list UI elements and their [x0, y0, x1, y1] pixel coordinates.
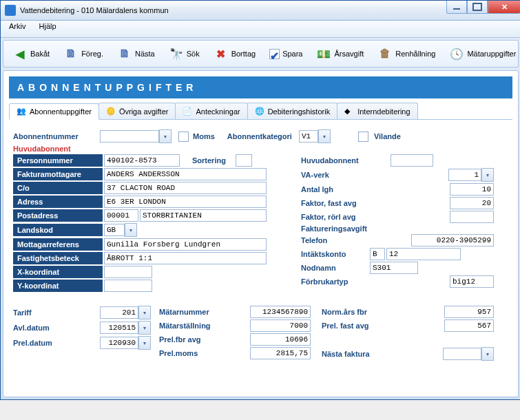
menu-arkiv[interactable]: Arkiv: [3, 21, 31, 32]
vilande-checkbox[interactable]: [358, 132, 368, 142]
abonkat-field[interactable]: [299, 130, 318, 143]
search-button[interactable]: 🔭Sök: [163, 43, 206, 64]
landskod-dropdown[interactable]: ▾: [125, 223, 137, 237]
moms-label: Moms: [193, 132, 215, 140]
xkoord-field[interactable]: [104, 266, 152, 278]
co-label: C/o: [13, 182, 103, 194]
matarstallning-label: Mätarställning: [159, 322, 228, 330]
titlebar: Vattendebitering - 010 Mälardalens kommu…: [1, 1, 520, 21]
intaktskonto-b-field[interactable]: [370, 248, 385, 260]
ykoord-field[interactable]: [104, 280, 152, 292]
preldatum-dropdown[interactable]: ▾: [138, 336, 151, 350]
preldatum-field[interactable]: [100, 337, 138, 349]
sortering-label: Sortering: [192, 156, 226, 165]
avldatum-field[interactable]: [100, 322, 138, 334]
antallgh-field[interactable]: [450, 183, 494, 196]
abonnentnummer-label: Abonnentnummer: [13, 132, 100, 140]
prelfast-field[interactable]: [444, 319, 494, 332]
prelfbr-field[interactable]: [250, 333, 311, 346]
forbrukartyp-label: Förbrukartyp: [301, 277, 391, 286]
fakturamottagare-label: Fakturamottagare: [13, 168, 103, 180]
postnr-field[interactable]: [104, 209, 138, 222]
matarstallning-field[interactable]: [250, 319, 311, 332]
tab-abonnent[interactable]: 👥Abonnentuppgifter: [9, 103, 99, 120]
renhallning-button[interactable]: 🗑Renhållning: [371, 43, 441, 64]
prev-icon: 🗎: [63, 46, 79, 61]
faktor-fast-label: Faktor, fast avg: [301, 199, 391, 207]
binoculars-icon: 🔭: [169, 46, 184, 61]
abonnentnummer-field[interactable]: [100, 130, 159, 143]
close-button[interactable]: [488, 1, 520, 14]
vaverk-field[interactable]: [448, 169, 481, 181]
prelmoms-label: Prel.moms: [159, 349, 228, 357]
tariff-dropdown[interactable]: ▾: [138, 306, 151, 319]
adress-label: Adress: [13, 196, 103, 208]
telefon-field[interactable]: [411, 234, 494, 246]
prelfbr-label: Prel.fbr avg: [159, 335, 228, 344]
intaktskonto-field[interactable]: [386, 248, 461, 260]
clock-icon: 🕓: [449, 46, 464, 61]
next-button[interactable]: 🗎Nästa: [111, 43, 161, 64]
nastafaktura-label: Nästa faktura: [322, 350, 397, 358]
fastighet-label: Fastighetsbeteck: [13, 252, 103, 264]
coins-icon: 🪙: [106, 107, 116, 116]
app-window: Vattendebitering - 010 Mälardalens kommu…: [0, 0, 520, 400]
nodnamn-field[interactable]: [370, 262, 418, 274]
nastafaktura-dropdown[interactable]: ▾: [481, 347, 494, 361]
mottagarreferens-label: Mottagarreferens: [13, 238, 103, 251]
note-icon: 📄: [183, 107, 192, 116]
tab-intern[interactable]: ◆Interndebitering: [337, 103, 417, 119]
tab-anteckningar[interactable]: 📄Anteckningar: [175, 103, 247, 119]
vaverk-dropdown[interactable]: ▾: [481, 168, 494, 182]
fastighet-field[interactable]: [104, 252, 267, 264]
matarupp-button[interactable]: 🕓Mätaruppgifter: [443, 43, 520, 64]
fakturamottagare-field[interactable]: [104, 168, 267, 180]
abonkat-dropdown[interactable]: ▾: [318, 129, 331, 143]
personnummer-field[interactable]: [104, 154, 180, 167]
matarnummer-field[interactable]: [250, 306, 311, 318]
faktor-fast-field[interactable]: [450, 197, 494, 209]
landskod-label: Landskod: [13, 224, 103, 236]
normars-label: Norm.års fbr: [322, 308, 397, 316]
huvudabonnent-field[interactable]: [391, 154, 433, 167]
tab-debhist[interactable]: 🌐Debiteringshistorik: [247, 103, 337, 119]
arsavgift-button[interactable]: 💵Årsavgift: [310, 43, 370, 64]
main-panel: ABONNENTUPPGIFTER 👥Abonnentuppgifter 🪙Öv…: [3, 70, 519, 397]
huvudabonnent-flag: Huvudabonnent: [13, 145, 71, 153]
people-icon: 👥: [17, 107, 26, 116]
faktor-rorl-label: Faktor, rörl avg: [301, 213, 391, 221]
abonnentnummer-dropdown[interactable]: ▾: [159, 129, 171, 143]
tab-bar: 👥Abonnentuppgifter 🪙Övriga avgifter 📄Ant…: [9, 103, 512, 120]
tariff-field[interactable]: [100, 306, 138, 319]
forbrukartyp-field[interactable]: [450, 275, 494, 288]
moms-checkbox[interactable]: [178, 132, 189, 142]
save-button[interactable]: ✔Spara: [263, 46, 309, 62]
adress-field[interactable]: [104, 196, 267, 208]
landskod-field[interactable]: [104, 224, 125, 236]
form: Abonnentnummer ▾ Moms Abonnentkategori ▾…: [9, 120, 512, 388]
postort-field[interactable]: [140, 209, 267, 222]
menu-hjalp[interactable]: Hjälp: [34, 21, 62, 32]
nastafaktura-field[interactable]: [443, 348, 481, 360]
avldatum-label: Avl.datum: [13, 324, 68, 332]
minimize-button[interactable]: [446, 1, 467, 14]
prev-button[interactable]: 🗎Föreg.: [57, 43, 110, 64]
maximize-button[interactable]: [467, 1, 488, 14]
prelmoms-field[interactable]: [250, 347, 311, 359]
faktureringsavgift-label: Faktureringsavgift: [301, 224, 404, 233]
next-icon: 🗎: [117, 46, 132, 61]
faktor-rorl-field[interactable]: [450, 211, 494, 223]
tab-ovriga[interactable]: 🪙Övriga avgifter: [98, 103, 176, 119]
mottagarreferens-field[interactable]: [104, 238, 267, 251]
sortering-field[interactable]: [236, 154, 252, 167]
back-button[interactable]: ◀Bakåt: [6, 43, 56, 64]
avldatum-dropdown[interactable]: ▾: [138, 321, 151, 335]
normars-field[interactable]: [444, 306, 494, 318]
toolbar: ◀Bakåt 🗎Föreg. 🗎Nästa 🔭Sök ✖Borttag ✔Spa…: [3, 40, 519, 67]
intaktskonto-label: Intäktskonto: [301, 250, 370, 258]
preldatum-label: Prel.datum: [13, 339, 68, 347]
globe-icon: 🌐: [255, 107, 264, 116]
delete-button[interactable]: ✖Borttag: [207, 43, 262, 64]
abonkat-label: Abonnentkategori: [227, 132, 292, 140]
co-field[interactable]: [104, 182, 267, 194]
